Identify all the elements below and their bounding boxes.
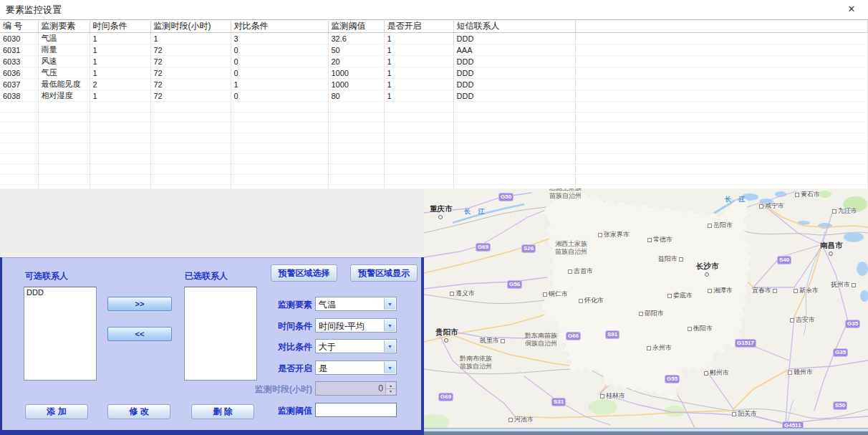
chevron-down-icon[interactable]: ▼: [384, 362, 395, 373]
road-badge: S50: [833, 401, 847, 410]
map-city-label: 抚州市: [831, 280, 856, 290]
city-marker-icon: [508, 418, 513, 422]
add-button[interactable]: 添 加: [25, 404, 88, 419]
table-row[interactable]: 6036气压172010001DDD: [0, 67, 868, 79]
close-icon[interactable]: ✕: [845, 3, 858, 16]
contacts-available-label: 可选联系人: [25, 270, 68, 282]
road-badge: G35: [833, 348, 848, 357]
road-badge: S31: [551, 398, 566, 406]
map-city-label: 河池市: [508, 415, 534, 424]
map-area-label: 湘西土家族苗族自治州: [555, 240, 587, 256]
table-row[interactable]: 6033风速1720201DDD: [0, 56, 868, 67]
city-marker-icon: [647, 346, 651, 350]
table-row[interactable]: 6038相对湿度1720801DDD: [0, 90, 868, 102]
period-label: 监测时段(小时): [241, 383, 312, 396]
column-header[interactable]: 监测要素: [38, 20, 90, 33]
list-item[interactable]: DDD: [24, 288, 96, 297]
city-marker-icon: [568, 269, 572, 274]
map-city-label: 吉安市: [790, 315, 815, 325]
road-badge: G55: [665, 375, 680, 383]
spacer-area: [0, 188, 425, 257]
spinner-down-icon[interactable]: ▼: [386, 389, 395, 395]
table-row[interactable]: [0, 112, 868, 123]
table-row[interactable]: [0, 153, 868, 164]
table-row[interactable]: 6031雨量1720501AAA: [0, 44, 868, 56]
enabled-select[interactable]: 是 ▼: [315, 360, 397, 375]
enabled-label: 是否开启: [241, 363, 312, 375]
city-marker-icon: [679, 257, 683, 262]
delete-button[interactable]: 删 除: [191, 404, 254, 419]
road-badge: G69: [438, 393, 453, 401]
road-badge: G69: [476, 243, 491, 252]
road-badge: G4511: [782, 421, 804, 428]
map-city-label: 黄石市: [795, 190, 820, 199]
column-header[interactable]: 对比条件: [231, 20, 328, 33]
map-city-label: 长沙市: [696, 262, 719, 277]
warning-area-select-button[interactable]: 预警区域选择: [271, 264, 337, 282]
column-header[interactable]: 监测阈值: [328, 20, 384, 33]
column-header[interactable]: 短信联系人: [453, 20, 575, 33]
spinner-up-icon[interactable]: ▲: [386, 383, 395, 389]
map-city-label: 常德市: [647, 235, 672, 244]
road-badge: S40: [777, 256, 791, 264]
map-city-label: 怀化市: [579, 296, 604, 305]
road-badge: G56: [507, 280, 522, 289]
table-row[interactable]: 6030气温11332.61DDD: [0, 33, 868, 44]
city-dot-icon: [438, 215, 443, 219]
warning-area-show-button[interactable]: 预警区域显示: [350, 264, 418, 282]
contacts-selected-label: 已选联系人: [185, 270, 228, 282]
map-city-label: 永州市: [647, 343, 672, 353]
title-bar: 要素监控设置 ✕: [0, 0, 868, 19]
chevron-down-icon[interactable]: ▼: [384, 320, 395, 331]
table-row[interactable]: [0, 123, 868, 133]
map-city-label: 桂林市: [600, 391, 625, 401]
contacts-available-listbox[interactable]: DDD: [24, 287, 97, 381]
map-city-label: 娄底市: [667, 291, 693, 300]
city-marker-icon: [598, 233, 602, 237]
threshold-input[interactable]: [315, 403, 397, 417]
monitor-table: 编 号监测要素时间条件监测时段(小时)对比条件监测阈值是否开启短信联系人 603…: [0, 19, 868, 196]
road-badge: S26: [521, 244, 536, 253]
map-city-label: 韶关市: [732, 409, 757, 419]
city-marker-icon: [688, 327, 692, 331]
column-header[interactable]: 监测时段(小时): [150, 20, 231, 33]
modify-button[interactable]: 修 改: [107, 404, 170, 419]
map-city-label: 凯里市: [480, 336, 505, 345]
time-condition-select[interactable]: 时间段-平均 ▼: [315, 318, 397, 333]
table-row[interactable]: [0, 143, 868, 154]
map-city-label: 张家界市: [598, 230, 630, 239]
chevron-down-icon[interactable]: ▼: [384, 340, 395, 352]
table-row[interactable]: [0, 133, 868, 143]
map-area-label: 黔南布依族苗族自治州: [460, 355, 492, 371]
city-dot-icon: [829, 252, 833, 256]
map-area-label: 黔东南苗族侗族自治州: [525, 332, 557, 348]
column-header[interactable]: 时间条件: [90, 20, 150, 33]
road-badge: G50: [498, 193, 513, 201]
map-city-label: 郴州市: [704, 368, 729, 378]
map[interactable]: 重庆市遵义市贵阳市凯里市河池市桂林市张家界市吉首市铜仁市怀化市常德市益阳市岳阳市…: [424, 188, 868, 428]
element-select[interactable]: 气温 ▼: [315, 297, 397, 311]
road-badge: G35: [845, 320, 860, 328]
element-label: 监测要素: [241, 299, 312, 311]
road-badge: G1517: [735, 339, 756, 348]
map-city-label: 贵阳市: [435, 328, 458, 343]
chevron-down-icon[interactable]: ▼: [384, 298, 395, 310]
settings-panel: 可选联系人 已选联系人 DDD >> << 预警区域选择 预警区域显示 监测要素…: [0, 257, 424, 431]
compare-condition-select[interactable]: 大于 ▼: [315, 339, 397, 353]
table-row[interactable]: 6037最低能见度272110001DDD: [0, 79, 868, 90]
move-right-button[interactable]: >>: [107, 297, 172, 311]
table-row[interactable]: [0, 102, 868, 113]
column-header[interactable]: [575, 20, 868, 33]
city-marker-icon: [639, 312, 643, 316]
compare-condition-label: 对比条件: [241, 341, 312, 353]
city-dot-icon: [705, 272, 709, 277]
city-marker-icon: [773, 289, 777, 293]
city-marker-icon: [647, 238, 652, 242]
map-city-label: 遵义市: [450, 289, 475, 298]
column-header[interactable]: 是否开启: [384, 20, 453, 33]
table-row[interactable]: [0, 174, 868, 185]
move-left-button[interactable]: <<: [107, 327, 172, 341]
column-header[interactable]: 编 号: [0, 20, 38, 33]
city-dot-icon: [444, 338, 448, 343]
table-row[interactable]: [0, 164, 868, 175]
